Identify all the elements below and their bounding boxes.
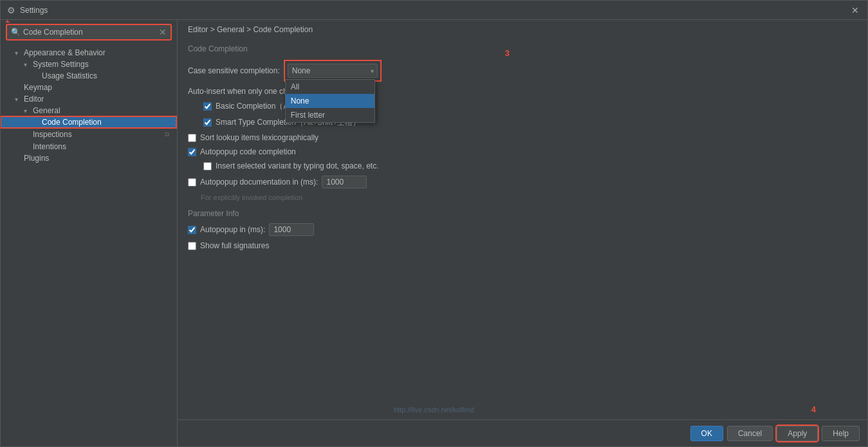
sort-lookup-checkbox[interactable] (188, 134, 196, 142)
copy-icon: ⧉ (162, 129, 172, 140)
autopopup-code-checkbox[interactable] (188, 148, 196, 156)
sidebar-item-label: Inspections (33, 130, 162, 139)
arrow-icon (15, 50, 24, 57)
sidebar-item-general[interactable]: General (1, 105, 177, 116)
sidebar-item-code-completion[interactable]: Code Completion (1, 116, 177, 128)
sidebar: 1 🔍 ✕ Appearance & Behavior System Setti… (1, 20, 178, 446)
search-clear-icon[interactable]: ✕ (159, 27, 167, 37)
case-sensitive-select[interactable]: All None First letter (288, 64, 378, 78)
sidebar-item-label: Usage Statistics (42, 71, 172, 80)
case-sensitive-select-wrapper: All None First letter (288, 64, 378, 78)
autopopup-docs-input[interactable] (322, 176, 367, 188)
sidebar-item-inspections[interactable]: Inspections ⧉ (1, 128, 177, 141)
sidebar-item-label: Intentions (33, 142, 172, 151)
nav-tree: Appearance & Behavior System Settings Us… (1, 44, 177, 446)
cancel-button[interactable]: Cancel (727, 426, 773, 441)
insert-selected-checkbox[interactable] (203, 162, 212, 170)
breadcrumb: Editor > General > Code Completion (178, 20, 867, 39)
annotation-1: 1 (5, 20, 10, 24)
basic-completion-checkbox[interactable] (203, 102, 212, 111)
apply-button[interactable]: Apply (777, 426, 818, 441)
settings-window: ⚙ Settings ✕ 1 🔍 ✕ Appearance & Behavior (0, 0, 868, 447)
arrow-icon (24, 61, 33, 68)
main-content: Editor > General > Code Completion Code … (178, 20, 867, 419)
dropdown-item-all[interactable]: All (286, 80, 374, 94)
autopopup-docs-checkbox[interactable] (188, 178, 196, 187)
breadcrumb-text: Editor > General > Code Completion (188, 25, 313, 34)
sidebar-item-label: General (33, 106, 172, 115)
parameter-info-title: Parameter Info (188, 209, 857, 218)
footer: 4 OK Cancel Apply Help (178, 419, 867, 446)
sidebar-item-label: System Settings (33, 60, 172, 69)
case-sensitive-row: Case sensitive completion: All None Firs… (188, 61, 857, 80)
window-icon: ⚙ (6, 5, 16, 15)
sidebar-item-editor[interactable]: Editor (1, 93, 177, 105)
search-input[interactable] (23, 28, 159, 37)
content-area: 1 🔍 ✕ Appearance & Behavior System Setti… (1, 20, 867, 446)
ok-button[interactable]: OK (690, 426, 723, 441)
sidebar-item-intentions[interactable]: Intentions (1, 141, 177, 152)
insert-selected-label: Insert selected variant by typing dot, s… (216, 161, 378, 170)
search-box: 🔍 ✕ (6, 24, 172, 41)
sidebar-item-label: Keymap (24, 83, 172, 92)
show-full-signatures-row: Show full signatures (188, 241, 857, 250)
sidebar-item-appearance-behavior[interactable]: Appearance & Behavior (1, 47, 177, 59)
search-icon: 🔍 (11, 28, 21, 37)
sidebar-item-label: Code Completion (42, 118, 172, 127)
settings-panel: Code Completion 3 Case sensitive complet… (178, 39, 867, 419)
dropdown-list: All None First letter (285, 79, 375, 123)
arrow-icon (24, 107, 33, 114)
smart-type-checkbox[interactable] (203, 118, 212, 127)
title-bar: ⚙ Settings ✕ (1, 1, 867, 20)
section-title: Code Completion (188, 44, 857, 53)
sidebar-item-system-settings[interactable]: System Settings (1, 59, 177, 70)
window-title: Settings (20, 6, 848, 15)
dropdown-item-first-letter[interactable]: First letter (286, 108, 374, 122)
settings-main-wrapper: Editor > General > Code Completion Code … (178, 20, 867, 446)
insert-selected-row: Insert selected variant by typing dot, s… (188, 161, 857, 170)
autopopup-code-label: Autopopup code completion (200, 147, 296, 156)
dropdown-item-none[interactable]: None (286, 94, 374, 108)
autopopup-code-row: Autopopup code completion (188, 147, 857, 156)
sidebar-item-usage-statistics[interactable]: Usage Statistics (1, 70, 177, 82)
sort-lookup-row: Sort lookup items lexicographically (188, 133, 857, 142)
sidebar-item-keymap[interactable]: Keymap (1, 82, 177, 93)
sidebar-item-label: Editor (24, 95, 172, 104)
case-sensitive-label: Case sensitive completion: (188, 66, 280, 75)
sidebar-item-label: Plugins (24, 154, 172, 163)
show-full-signatures-label: Show full signatures (200, 241, 269, 250)
autopopup-ms-row: Autopopup in (ms): (188, 223, 857, 236)
hint-text: For explicitly invoked completion (188, 194, 857, 201)
arrow-icon (15, 96, 24, 103)
annotation-3: 3 (505, 48, 510, 58)
annotation-4: 4 (811, 405, 816, 414)
help-button[interactable]: Help (822, 426, 860, 441)
sort-lookup-label: Sort lookup items lexicographically (200, 133, 319, 142)
autopopup-ms-checkbox[interactable] (188, 226, 196, 234)
autopopup-ms-input[interactable] (269, 223, 314, 236)
autopopup-docs-label: Autopopup documentation in (ms): (200, 178, 318, 187)
dropdown-highlighted-area: All None First letter All None First (285, 61, 380, 80)
sidebar-item-plugins[interactable]: Plugins (1, 152, 177, 164)
close-button[interactable]: ✕ (848, 3, 862, 17)
show-full-signatures-checkbox[interactable] (188, 242, 196, 250)
sidebar-item-label: Appearance & Behavior (24, 48, 172, 57)
autopopup-ms-label: Autopopup in (ms): (200, 225, 265, 234)
autopopup-docs-row: Autopopup documentation in (ms): (188, 176, 857, 188)
